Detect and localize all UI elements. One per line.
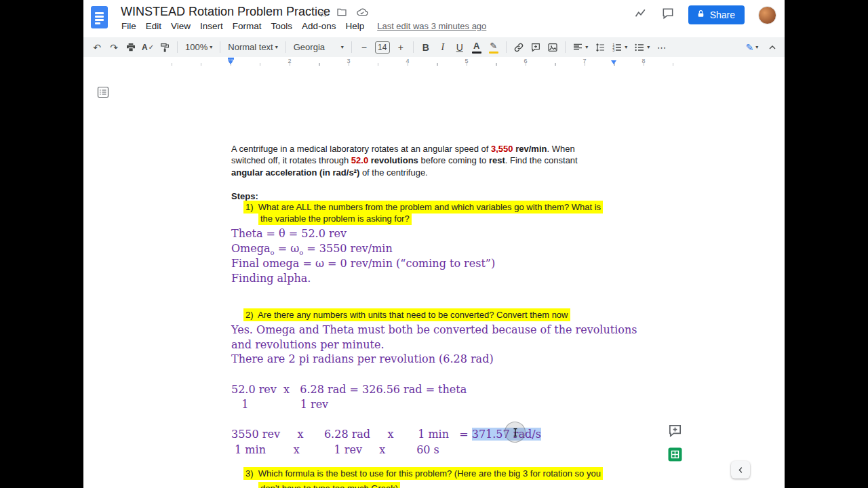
menu-addons[interactable]: Add-ons xyxy=(297,20,340,33)
text-line[interactable]: switched off, it rotates through 52.0 re… xyxy=(231,155,578,166)
redo-button[interactable]: ↷ xyxy=(106,39,122,56)
horizontal-ruler[interactable]: 1 2 3 4 5 6 7 8 xyxy=(83,57,785,68)
ruler-number: 6 xyxy=(521,58,530,64)
text-line[interactable]: and revolutions per minute. xyxy=(231,338,384,352)
add-comment-floating-button[interactable] xyxy=(667,423,683,439)
menu-view[interactable]: View xyxy=(166,20,195,33)
editing-mode-button[interactable]: ✎ ▾ xyxy=(744,39,760,56)
chevron-down-icon: ▾ xyxy=(341,44,344,50)
underline-button[interactable]: U xyxy=(452,39,468,56)
share-label: Share xyxy=(710,9,735,20)
text-run-bold: revolutions xyxy=(371,155,418,165)
hide-menus-button[interactable] xyxy=(764,39,781,56)
paragraph-style-select[interactable]: Normal text ▾ xyxy=(224,42,281,52)
left-indent-marker[interactable] xyxy=(228,60,233,64)
text-line[interactable]: There are 2 pi radians per revolution (6… xyxy=(231,352,494,366)
menu-file[interactable]: File xyxy=(117,20,141,33)
insert-link-button[interactable] xyxy=(511,39,527,56)
star-icon[interactable]: ☆ xyxy=(319,7,328,20)
math-line[interactable]: 52.0 rev x 6.28 rad = 326.56 rad = theta xyxy=(231,382,467,396)
work-text: Omega xyxy=(231,242,271,255)
italic-button[interactable]: I xyxy=(435,39,451,56)
numbered-list-button[interactable]: 123 ▾ xyxy=(609,39,631,56)
toolbar-separator xyxy=(177,41,178,53)
text-line[interactable]: the variable the problem is asking for? xyxy=(258,214,412,224)
text-line[interactable]: Yes. Omega and Theta must both be conver… xyxy=(231,323,637,337)
toolbar-separator xyxy=(351,41,352,53)
work-text: 1 min x 1 rev x 60 s xyxy=(231,443,439,456)
side-panel-tab[interactable] xyxy=(731,461,750,479)
text-line[interactable]: 2) Are there any numbers with units that… xyxy=(243,310,570,321)
docs-logo-icon[interactable] xyxy=(91,6,108,28)
decrease-font-size-button[interactable]: − xyxy=(356,39,372,56)
text-line[interactable]: angular acceleration (in rad/s²) of the … xyxy=(231,167,428,178)
bold-button[interactable]: B xyxy=(418,39,434,56)
zoom-select[interactable]: 100% ▾ xyxy=(182,42,216,52)
menu-help[interactable]: Help xyxy=(340,20,369,33)
activity-dashboard-icon[interactable] xyxy=(634,7,648,23)
work-text: = 3550 rev/min xyxy=(303,242,393,255)
zoom-value: 100% xyxy=(185,42,208,52)
font-family-value: Georgia xyxy=(294,42,325,52)
docs-logo-line xyxy=(95,16,104,18)
text-line[interactable]: 1) What are ALL the numbers from the pro… xyxy=(243,202,603,213)
insert-image-button[interactable] xyxy=(545,39,561,56)
menu-insert[interactable]: Insert xyxy=(195,20,228,33)
align-button[interactable]: ▾ xyxy=(570,39,591,56)
text-line[interactable]: Theta = θ = 52.0 rev xyxy=(231,226,347,241)
more-toolbar-button[interactable]: ⋯ xyxy=(654,39,670,56)
highlight-color-button[interactable]: ✎ xyxy=(486,39,502,56)
increase-font-size-button[interactable]: + xyxy=(393,39,409,56)
text-line[interactable]: A centrifuge in a medical laboratory rot… xyxy=(231,144,575,155)
first-line-indent-marker[interactable] xyxy=(228,58,234,60)
undo-button[interactable]: ↶ xyxy=(89,39,105,56)
document-outline-icon[interactable] xyxy=(97,86,109,98)
text-line[interactable]: 3) Which formula is the best to use for … xyxy=(243,468,603,479)
chevron-left-icon xyxy=(736,466,745,474)
menu-format[interactable]: Format xyxy=(228,20,267,33)
ruler-number: 5 xyxy=(462,58,471,64)
paint-format-button[interactable] xyxy=(157,39,173,56)
ruler-number: 4 xyxy=(403,58,412,64)
highlighted-question: don’t have to type too much Greek) xyxy=(258,482,400,488)
open-comments-icon[interactable] xyxy=(661,7,675,23)
move-folder-icon[interactable] xyxy=(336,7,347,20)
text-line[interactable]: don’t have to type too much Greek) xyxy=(258,483,400,488)
work-text: 3550 rev x 6.28 rad x 1 min = xyxy=(231,428,472,441)
toolbar-separator xyxy=(413,41,414,53)
menu-tools[interactable]: Tools xyxy=(267,20,298,33)
text-color-button[interactable]: A xyxy=(469,39,485,56)
text-run: before coming to xyxy=(418,155,489,165)
work-text: and revolutions per minute. xyxy=(231,338,384,351)
avatar[interactable] xyxy=(758,6,776,24)
share-button[interactable]: Share xyxy=(688,5,745,24)
line-spacing-button[interactable] xyxy=(592,39,608,56)
spellcheck-button[interactable]: A ✓ xyxy=(140,39,156,56)
add-comment-button[interactable] xyxy=(528,39,544,56)
font-size-field[interactable]: 14 xyxy=(375,41,390,54)
math-line[interactable]: 3550 rev x 6.28 rad x 1 min = 371.57 rad… xyxy=(231,427,541,441)
text-line[interactable]: Final omega = ω = 0 rev/min (“coming to … xyxy=(231,256,495,270)
menu-edit[interactable]: Edit xyxy=(141,20,166,33)
document-title[interactable]: WINSTEAD Rotation Problem Practice xyxy=(121,5,330,19)
sheets-icon[interactable] xyxy=(668,447,682,462)
document-page[interactable]: A centrifuge in a medical laboratory rot… xyxy=(172,68,673,488)
print-button[interactable] xyxy=(123,39,139,56)
work-text: Theta = θ = 52.0 rev xyxy=(231,227,347,240)
math-line[interactable]: 1 min x 1 rev x 60 s xyxy=(231,443,439,457)
math-line[interactable]: 1 1 rev xyxy=(231,397,328,411)
toolbar-separator xyxy=(285,41,286,53)
ruler-number: 2 xyxy=(285,58,294,64)
right-indent-marker[interactable] xyxy=(611,60,616,64)
chevron-down-icon: ▾ xyxy=(275,44,278,50)
indent-marker-left[interactable] xyxy=(228,58,234,64)
text-line[interactable]: Finding alpha. xyxy=(231,271,311,285)
document-canvas: A centrifuge in a medical laboratory rot… xyxy=(83,68,785,488)
bulleted-list-button[interactable]: ▾ xyxy=(631,39,653,56)
indent-marker-right[interactable] xyxy=(611,60,616,64)
last-edit-link[interactable]: Last edit was 3 minutes ago xyxy=(377,21,486,31)
font-family-select[interactable]: Georgia ▾ xyxy=(290,42,347,52)
highlighted-question: the variable the problem is asking for? xyxy=(258,212,412,225)
click-ripple xyxy=(505,422,526,443)
paragraph-style-value: Normal text xyxy=(228,42,273,52)
